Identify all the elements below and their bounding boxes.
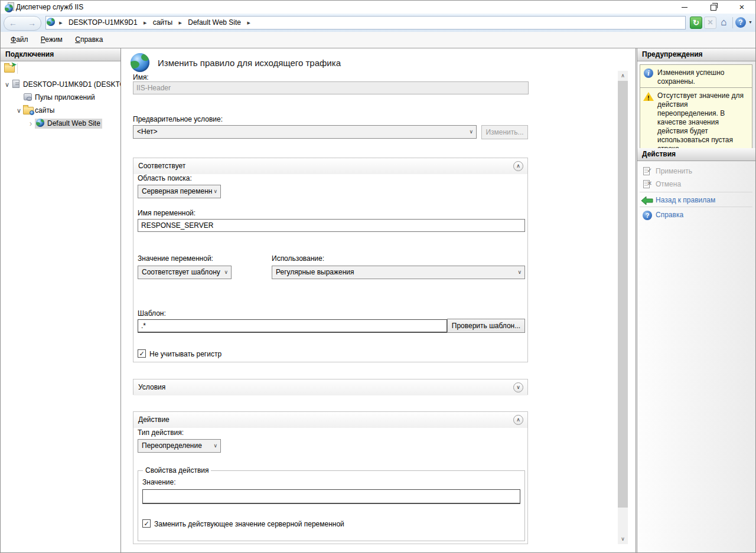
breadcrumb-arrow-icon[interactable]: ▶ — [177, 17, 183, 29]
value-input[interactable] — [142, 489, 520, 503]
variable-name-input[interactable] — [138, 219, 525, 232]
ignore-case-label: Не учитывать регистр — [149, 350, 221, 358]
address-bar: ← → ▶ DESKTOP-U1MK9D1 ▶ сайты ▶ Default … — [1, 14, 755, 32]
collapse-section-button[interactable]: ∧ — [513, 415, 523, 425]
chevron-up-icon: ∧ — [516, 417, 520, 423]
help-action[interactable]: ? Справка — [640, 208, 753, 221]
tree-item-default-web-site[interactable]: ›Default Web Site — [1, 117, 120, 130]
actions-panel: Предупреждения i Изменения успешно сохра… — [637, 48, 755, 552]
replace-value-checkbox[interactable]: ✓ — [142, 519, 151, 528]
precondition-label: Предварительное условие: — [133, 115, 223, 123]
app-icon — [4, 2, 14, 12]
sites-folder-icon — [23, 107, 34, 114]
feature-globe-icon — [131, 53, 149, 72]
forward-nav-button[interactable]: → — [23, 17, 41, 30]
breadcrumb-arrow-icon[interactable]: ▶ — [245, 17, 252, 29]
actions-header: Действия — [637, 148, 755, 161]
tree-item-label: Default Web Site — [47, 119, 100, 127]
save-connection-button[interactable]: ➤ — [4, 65, 15, 73]
using-label: Использование: — [272, 254, 324, 263]
page-title: Изменить правило для исходящего трафика — [158, 58, 341, 68]
chevron-down-icon: ∨ — [516, 384, 520, 390]
scroll-down-button[interactable]: ∨ — [618, 534, 628, 544]
check-icon: ✓ — [144, 520, 149, 527]
refresh-button[interactable]: ↻ — [690, 17, 702, 29]
collapse-section-button[interactable]: ∧ — [513, 161, 523, 171]
scope-label: Область поиска: — [138, 174, 192, 182]
breadcrumb-arrow-icon[interactable]: ▶ — [142, 17, 148, 29]
tree-item-app-pools[interactable]: Пулы приложений — [1, 91, 120, 104]
expand-section-button[interactable]: ∨ — [513, 382, 523, 392]
window-title: Диспетчер служб IIS — [16, 3, 83, 11]
conditions-section-header[interactable]: Условия ∨ — [133, 379, 527, 395]
breadcrumb-site[interactable]: Default Web Site — [185, 17, 243, 29]
tree-expander-icon[interactable]: ∨ — [3, 78, 11, 91]
action-type-select[interactable]: Переопределение ∨ — [138, 439, 221, 453]
action-properties-legend: Свойства действия — [143, 466, 211, 475]
address-field[interactable]: ▶ DESKTOP-U1MK9D1 ▶ сайты ▶ Default Web … — [45, 16, 686, 30]
back-to-rules-action[interactable]: Назад к правилам — [640, 194, 753, 207]
tree-expander-icon[interactable]: › — [27, 117, 35, 130]
scrollbar-thumb[interactable] — [618, 81, 628, 508]
iis-manager-window: Диспетчер служб IIS × ← → ▶ DESKTOP-U1MK… — [0, 0, 756, 553]
chevron-down-icon: ∨ — [213, 440, 217, 452]
replace-value-label: Заменить действующее значение серверной … — [154, 520, 344, 528]
menu-help[interactable]: Справка — [70, 32, 108, 44]
scope-select[interactable]: Серверная переменн ∨ — [138, 185, 221, 198]
home-button[interactable]: ⌂ — [718, 17, 730, 29]
tree-item-sites[interactable]: ∨сайты — [1, 104, 120, 117]
info-icon: i — [644, 68, 653, 78]
stop-button: ✕ — [704, 17, 716, 29]
warning-alert: ! Отсутствует значение для действия пере… — [640, 87, 752, 158]
warning-icon: ! — [643, 92, 654, 101]
action-section-header[interactable]: Действие ∧ — [133, 412, 527, 428]
warning-alert-text: Отсутствует значение для действия переоп… — [657, 91, 744, 153]
save-connection-arrow-icon: ➤ — [11, 61, 17, 68]
chevron-up-icon: ∧ — [516, 163, 520, 169]
minimize-button[interactable] — [674, 1, 695, 14]
main-scrollbar[interactable]: ∧ ∨ — [618, 71, 628, 544]
content-area: Подключения ➤ ∨DESKTOP-U1MK9D1 (DESKTOI … — [1, 48, 755, 552]
menu-file[interactable]: Файл — [5, 32, 34, 44]
server-icon — [12, 80, 19, 88]
chevron-down-icon: ∨ — [469, 126, 473, 138]
toolbar-separator — [17, 63, 18, 74]
website-globe-icon — [36, 119, 44, 127]
connections-tree: ∨DESKTOP-U1MK9D1 (DESKTOI Пулы приложени… — [1, 78, 120, 552]
breadcrumb-sites[interactable]: сайты — [151, 17, 175, 29]
title-bar: Диспетчер служб IIS × — [1, 1, 755, 14]
back-nav-button[interactable]: ← — [4, 17, 22, 30]
tree-item-label: Пулы приложений — [35, 93, 95, 102]
chevron-down-icon: ∨ — [213, 185, 217, 198]
precondition-select[interactable]: <Нет> ∨ — [133, 125, 477, 139]
tree-expander-icon[interactable]: ∨ — [15, 104, 23, 117]
chevron-down-icon: ∨ — [224, 266, 228, 279]
tree-item-server[interactable]: ∨DESKTOP-U1MK9D1 (DESKTOI — [1, 78, 120, 91]
scroll-up-button[interactable]: ∧ — [618, 71, 628, 81]
breadcrumb-arrow-icon[interactable]: ▶ — [57, 17, 64, 29]
close-button[interactable]: × — [732, 1, 752, 14]
home-icon: ⌂ — [721, 17, 726, 28]
restore-button[interactable] — [703, 1, 724, 14]
using-select[interactable]: Регулярные выражения ∨ — [272, 266, 525, 279]
test-pattern-button[interactable]: Проверить шаблон... — [447, 319, 525, 333]
pattern-input[interactable] — [138, 319, 447, 332]
menu-bar: Файл Режим Справка — [1, 32, 755, 48]
stop-icon: ✕ — [707, 18, 713, 27]
actions-separator — [640, 207, 752, 207]
minimize-icon — [682, 7, 687, 8]
tree-item-label: сайты — [35, 106, 55, 114]
selected-tree-item: Default Web Site — [35, 119, 102, 129]
help-button[interactable]: ? — [735, 17, 746, 28]
breadcrumb-server[interactable]: DESKTOP-U1MK9D1 — [66, 17, 139, 29]
toolbar-separator — [732, 17, 733, 28]
refresh-icon: ↻ — [693, 18, 699, 27]
name-input — [133, 81, 529, 94]
ignore-case-checkbox[interactable]: ✓ — [138, 349, 146, 358]
variable-value-select[interactable]: Соответствует шаблону ∨ — [138, 266, 232, 279]
tree-item-label: DESKTOP-U1MK9D1 (DESKTOI — [23, 80, 120, 89]
main-panel: Изменить правило для исходящего трафика … — [121, 48, 636, 552]
match-section-header[interactable]: Соответствует ∧ — [133, 158, 527, 174]
help-dropdown-caret[interactable]: ▼ — [748, 20, 752, 24]
menu-view[interactable]: Режим — [35, 32, 68, 44]
